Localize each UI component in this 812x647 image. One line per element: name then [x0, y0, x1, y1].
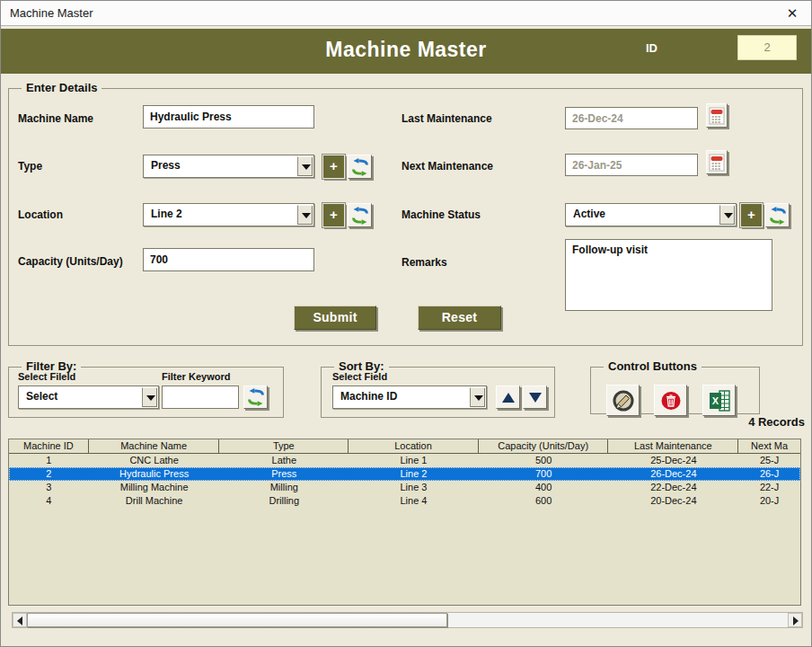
table-cell: Line 4	[349, 494, 479, 508]
table-cell: 700	[479, 467, 609, 481]
next-maintenance-label: Next Maintenance	[402, 160, 493, 173]
machine-status-value: Active	[573, 208, 605, 220]
table-cell: Press	[219, 467, 349, 481]
type-combobox[interactable]: Press	[143, 155, 314, 178]
refresh-icon	[766, 204, 789, 226]
type-value: Press	[151, 159, 181, 172]
apply-filter-button[interactable]	[243, 386, 268, 409]
refresh-icon	[349, 155, 371, 178]
table-cell: 500	[479, 454, 609, 467]
remarks-textarea[interactable]: Follow-up visit	[565, 239, 772, 311]
refresh-location-button[interactable]	[348, 203, 372, 227]
column-header[interactable]: Machine ID	[9, 439, 89, 453]
table-cell: Line 1	[349, 454, 479, 467]
plus-icon: +	[330, 207, 338, 222]
filter-field-combobox[interactable]: Select	[18, 386, 159, 409]
id-value-box: 2	[737, 35, 797, 60]
sort-by-group: Sort By: Select Field Machine ID	[321, 367, 555, 418]
column-header[interactable]: Last Maintenance	[608, 439, 738, 453]
table-row[interactable]: 1CNC LatheLatheLine 150025-Dec-2425-J	[9, 454, 800, 467]
submit-button[interactable]: Submit	[294, 306, 376, 330]
delete-record-button[interactable]	[654, 385, 687, 416]
chevron-down-icon	[146, 395, 155, 401]
scrollbar-left-arrow[interactable]	[13, 613, 27, 627]
column-header[interactable]: Next Ma	[738, 439, 800, 453]
table-cell: Lathe	[219, 454, 349, 467]
machine-table[interactable]: Machine IDMachine NameTypeLocationCapaci…	[8, 439, 801, 606]
edit-pencil-icon	[607, 386, 639, 415]
table-row[interactable]: 3Milling MachineMillingLine 340022-Dec-2…	[9, 481, 800, 494]
refresh-type-button[interactable]	[348, 155, 372, 179]
table-row[interactable]: 2Hydraulic PressPressLine 270026-Dec-242…	[9, 467, 800, 481]
table-cell: 20-Dec-24	[608, 494, 738, 508]
add-status-button[interactable]: +	[740, 203, 763, 227]
location-combobox[interactable]: Line 2	[143, 203, 314, 226]
chevron-down-icon	[302, 213, 311, 218]
next-maintenance-input[interactable]: 26-Jan-25	[565, 154, 698, 176]
add-type-button[interactable]: +	[322, 155, 345, 179]
table-cell: Milling Machine	[89, 481, 220, 494]
next-maintenance-calendar-button[interactable]	[706, 150, 728, 174]
sort-field-value: Machine ID	[340, 390, 397, 403]
sort-ascending-button[interactable]	[496, 386, 520, 409]
page-title: Machine Master	[1, 38, 811, 62]
control-buttons-legend: Control Buttons	[604, 359, 702, 373]
table-cell: 22-J	[738, 481, 800, 494]
plus-icon: +	[330, 158, 338, 173]
filter-field-dropdown-button[interactable]	[142, 387, 157, 407]
column-header[interactable]: Capacity (Units/Day)	[479, 439, 609, 453]
sort-field-combobox[interactable]: Machine ID	[332, 386, 487, 409]
edit-record-button[interactable]	[606, 385, 640, 416]
table-body: 1CNC LatheLatheLine 150025-Dec-2425-J2Hy…	[9, 454, 800, 508]
table-cell: Hydraulic Press	[89, 467, 220, 481]
refresh-status-button[interactable]	[765, 203, 790, 227]
sort-descending-button[interactable]	[523, 386, 547, 409]
sort-field-dropdown-button[interactable]	[470, 387, 485, 407]
table-row[interactable]: 4Drill MachineDrillingLine 460020-Dec-24…	[9, 494, 800, 508]
triangle-down-icon	[529, 393, 542, 403]
chevron-down-icon	[302, 164, 311, 170]
enter-details-group: Enter Details Machine Name Type Press + …	[8, 88, 803, 346]
location-value: Line 2	[151, 208, 182, 220]
export-excel-button[interactable]: X	[702, 385, 736, 416]
id-label: ID	[646, 41, 658, 55]
type-dropdown-button[interactable]	[297, 156, 313, 176]
table-header-row: Machine IDMachine NameTypeLocationCapaci…	[9, 439, 800, 454]
capacity-input[interactable]	[143, 248, 314, 271]
window-title: Machine Master	[10, 6, 93, 20]
column-header[interactable]: Type	[219, 439, 349, 453]
filter-keyword-label: Filter Keyword	[162, 371, 230, 382]
add-location-button[interactable]: +	[322, 203, 345, 227]
table-cell: 25-Dec-24	[608, 454, 738, 467]
machine-status-combobox[interactable]: Active	[565, 203, 737, 226]
location-label: Location	[18, 208, 63, 221]
close-icon[interactable]: ✕	[782, 4, 802, 22]
table-cell: 26-J	[738, 467, 800, 481]
triangle-right-icon	[793, 616, 799, 625]
table-cell: 1	[9, 454, 89, 467]
last-maintenance-calendar-button[interactable]	[706, 103, 728, 128]
machine-name-label: Machine Name	[18, 112, 93, 125]
location-dropdown-button[interactable]	[297, 205, 313, 225]
last-maintenance-label: Last Maintenance	[402, 112, 492, 125]
filter-keyword-input[interactable]	[162, 386, 239, 409]
refresh-icon	[244, 386, 267, 408]
plus-icon: +	[747, 207, 755, 222]
filter-field-value: Select	[26, 390, 57, 403]
column-header[interactable]: Machine Name	[89, 439, 220, 453]
control-buttons-group: Control Buttons X	[590, 367, 760, 414]
type-label: Type	[18, 160, 42, 173]
machine-status-dropdown-button[interactable]	[719, 205, 735, 225]
machine-status-label: Machine Status	[402, 208, 481, 221]
record-count: 4 Records	[702, 415, 805, 429]
reset-button[interactable]: Reset	[418, 306, 501, 330]
scrollbar-right-arrow[interactable]	[788, 613, 802, 627]
last-maintenance-input[interactable]: 26-Dec-24	[565, 107, 698, 129]
horizontal-scrollbar[interactable]	[12, 612, 803, 628]
column-header[interactable]: Location	[349, 439, 479, 453]
calendar-icon	[707, 104, 727, 127]
remarks-label: Remarks	[402, 256, 447, 269]
table-cell: Line 3	[349, 481, 479, 494]
machine-name-input[interactable]	[143, 105, 314, 129]
scrollbar-thumb[interactable]	[27, 613, 447, 627]
